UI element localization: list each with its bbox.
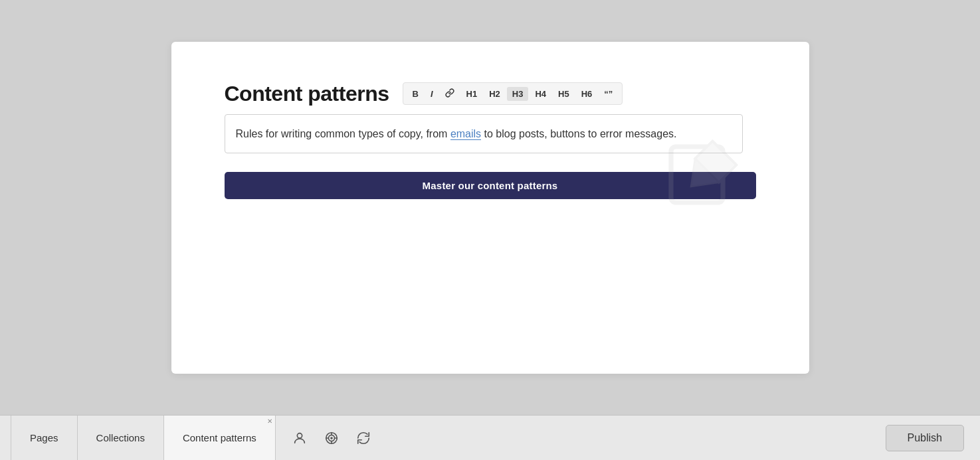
link-button[interactable]	[440, 86, 460, 102]
tab-pages[interactable]: Pages	[11, 416, 78, 460]
tab-close-icon[interactable]: ✕	[267, 418, 272, 425]
description-after: to blog posts, buttons to error messages…	[481, 128, 676, 139]
tab-collections-label: Collections	[96, 432, 145, 443]
description-before: Rules for writing common types of copy, …	[236, 128, 450, 139]
publish-button[interactable]: Publish	[886, 425, 964, 451]
refresh-icon-button[interactable]	[350, 425, 377, 451]
h3-button[interactable]: H3	[507, 87, 529, 101]
svg-point-5	[331, 437, 332, 439]
h4-button[interactable]: H4	[530, 87, 551, 101]
edit-icon-watermark	[663, 135, 743, 214]
tab-content-patterns[interactable]: ✕ Content patterns	[164, 416, 276, 460]
h6-button[interactable]: H6	[576, 87, 598, 101]
highlighted-word: emails	[450, 128, 481, 140]
italic-button[interactable]: I	[425, 87, 439, 101]
bottom-bar: Pages Collections ✕ Content patterns	[0, 415, 980, 460]
h1-button[interactable]: H1	[461, 87, 483, 101]
icon-group	[286, 425, 377, 451]
h5-button[interactable]: H5	[553, 87, 575, 101]
formatting-toolbar: B I H1 H2 H3 H4 H5 H6 “”	[403, 82, 623, 105]
page-title: Content patterns	[225, 82, 389, 106]
main-editor-area: Content patterns B I H1 H2 H3 H4 H5	[0, 0, 980, 415]
user-icon-button[interactable]	[286, 425, 313, 451]
tab-group: Pages Collections ✕ Content patterns	[11, 416, 276, 460]
content-area: Content patterns B I H1 H2 H3 H4 H5	[225, 82, 756, 200]
quote-button[interactable]: “”	[599, 87, 618, 101]
target-icon-button[interactable]	[318, 425, 345, 451]
description-text: Rules for writing common types of copy, …	[236, 125, 732, 143]
tab-collections[interactable]: Collections	[78, 416, 164, 460]
tab-pages-label: Pages	[30, 432, 58, 443]
tab-content-patterns-label: Content patterns	[183, 432, 256, 443]
editor-card: Content patterns B I H1 H2 H3 H4 H5	[171, 42, 809, 374]
bold-button[interactable]: B	[407, 87, 424, 101]
h2-button[interactable]: H2	[484, 87, 506, 101]
title-row: Content patterns B I H1 H2 H3 H4 H5	[225, 82, 756, 106]
svg-point-2	[297, 433, 302, 437]
